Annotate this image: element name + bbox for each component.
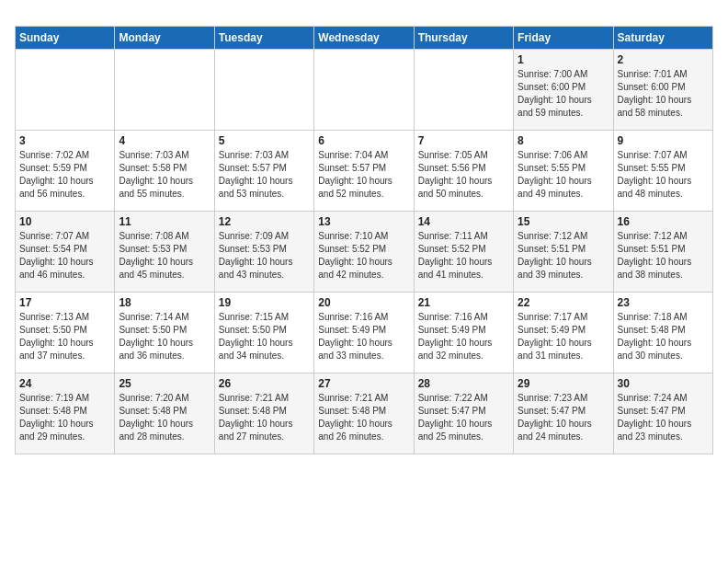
calendar-cell: 14Sunrise: 7:11 AM Sunset: 5:52 PM Dayli… bbox=[414, 212, 513, 293]
day-info: Sunrise: 7:08 AM Sunset: 5:53 PM Dayligh… bbox=[119, 230, 210, 282]
calendar-cell: 25Sunrise: 7:20 AM Sunset: 5:48 PM Dayli… bbox=[115, 373, 214, 454]
day-number: 5 bbox=[219, 134, 310, 147]
calendar-cell: 13Sunrise: 7:10 AM Sunset: 5:52 PM Dayli… bbox=[314, 212, 414, 293]
calendar-cell: 5Sunrise: 7:03 AM Sunset: 5:57 PM Daylig… bbox=[214, 131, 313, 212]
calendar-week-1: 1Sunrise: 7:00 AM Sunset: 6:00 PM Daylig… bbox=[16, 50, 713, 131]
calendar-cell bbox=[16, 50, 115, 131]
day-number: 19 bbox=[219, 296, 310, 309]
calendar-week-3: 10Sunrise: 7:07 AM Sunset: 5:54 PM Dayli… bbox=[16, 212, 713, 293]
weekday-header-friday: Friday bbox=[514, 27, 613, 50]
day-info: Sunrise: 7:09 AM Sunset: 5:53 PM Dayligh… bbox=[219, 230, 310, 282]
day-info: Sunrise: 7:11 AM Sunset: 5:52 PM Dayligh… bbox=[418, 230, 509, 282]
day-number: 14 bbox=[418, 215, 509, 228]
calendar-cell: 24Sunrise: 7:19 AM Sunset: 5:48 PM Dayli… bbox=[16, 373, 115, 454]
day-info: Sunrise: 7:07 AM Sunset: 5:54 PM Dayligh… bbox=[19, 230, 110, 282]
calendar-header: SundayMondayTuesdayWednesdayThursdayFrid… bbox=[16, 27, 713, 50]
calendar-cell: 23Sunrise: 7:18 AM Sunset: 5:48 PM Dayli… bbox=[613, 293, 712, 373]
weekday-header-monday: Monday bbox=[115, 27, 214, 50]
calendar-cell: 18Sunrise: 7:14 AM Sunset: 5:50 PM Dayli… bbox=[115, 293, 214, 373]
day-number: 26 bbox=[219, 377, 310, 390]
calendar-cell: 2Sunrise: 7:01 AM Sunset: 6:00 PM Daylig… bbox=[613, 50, 712, 131]
calendar-cell: 12Sunrise: 7:09 AM Sunset: 5:53 PM Dayli… bbox=[214, 212, 313, 293]
calendar-cell: 7Sunrise: 7:05 AM Sunset: 5:56 PM Daylig… bbox=[414, 131, 513, 212]
day-number: 15 bbox=[518, 215, 609, 228]
calendar-cell: 22Sunrise: 7:17 AM Sunset: 5:49 PM Dayli… bbox=[514, 293, 613, 373]
day-number: 29 bbox=[518, 377, 609, 390]
weekday-header-sunday: Sunday bbox=[16, 27, 115, 50]
calendar-cell: 9Sunrise: 7:07 AM Sunset: 5:55 PM Daylig… bbox=[613, 131, 712, 212]
day-info: Sunrise: 7:22 AM Sunset: 5:47 PM Dayligh… bbox=[418, 392, 509, 443]
day-info: Sunrise: 7:21 AM Sunset: 5:48 PM Dayligh… bbox=[318, 392, 409, 443]
calendar-cell: 20Sunrise: 7:16 AM Sunset: 5:49 PM Dayli… bbox=[314, 293, 414, 373]
calendar-week-4: 17Sunrise: 7:13 AM Sunset: 5:50 PM Dayli… bbox=[16, 293, 713, 373]
day-info: Sunrise: 7:06 AM Sunset: 5:55 PM Dayligh… bbox=[518, 149, 609, 201]
day-info: Sunrise: 7:18 AM Sunset: 5:48 PM Dayligh… bbox=[618, 311, 709, 362]
day-number: 16 bbox=[618, 215, 709, 228]
day-info: Sunrise: 7:23 AM Sunset: 5:47 PM Dayligh… bbox=[518, 392, 609, 443]
calendar-cell: 15Sunrise: 7:12 AM Sunset: 5:51 PM Dayli… bbox=[514, 212, 613, 293]
weekday-header-tuesday: Tuesday bbox=[214, 27, 313, 50]
day-info: Sunrise: 7:16 AM Sunset: 5:49 PM Dayligh… bbox=[418, 311, 509, 362]
weekday-header-thursday: Thursday bbox=[414, 27, 513, 50]
day-number: 25 bbox=[119, 377, 210, 390]
day-info: Sunrise: 7:00 AM Sunset: 6:00 PM Dayligh… bbox=[518, 68, 609, 120]
day-number: 28 bbox=[418, 377, 509, 390]
day-number: 13 bbox=[318, 215, 409, 228]
day-number: 1 bbox=[518, 53, 609, 66]
calendar-cell: 11Sunrise: 7:08 AM Sunset: 5:53 PM Dayli… bbox=[115, 212, 214, 293]
day-number: 3 bbox=[19, 134, 110, 147]
day-number: 8 bbox=[518, 134, 609, 147]
day-info: Sunrise: 7:24 AM Sunset: 5:47 PM Dayligh… bbox=[618, 392, 709, 443]
calendar-cell: 29Sunrise: 7:23 AM Sunset: 5:47 PM Dayli… bbox=[514, 373, 613, 454]
day-info: Sunrise: 7:13 AM Sunset: 5:50 PM Dayligh… bbox=[19, 311, 110, 362]
day-number: 24 bbox=[19, 377, 110, 390]
day-number: 22 bbox=[518, 296, 609, 309]
day-number: 4 bbox=[119, 134, 210, 147]
day-number: 6 bbox=[318, 134, 409, 147]
weekday-header-wednesday: Wednesday bbox=[314, 27, 414, 50]
calendar-cell: 28Sunrise: 7:22 AM Sunset: 5:47 PM Dayli… bbox=[414, 373, 513, 454]
day-number: 17 bbox=[19, 296, 110, 309]
day-number: 20 bbox=[318, 296, 409, 309]
day-number: 18 bbox=[119, 296, 210, 309]
calendar-cell: 19Sunrise: 7:15 AM Sunset: 5:50 PM Dayli… bbox=[214, 293, 313, 373]
day-info: Sunrise: 7:20 AM Sunset: 5:48 PM Dayligh… bbox=[119, 392, 210, 443]
calendar-cell: 10Sunrise: 7:07 AM Sunset: 5:54 PM Dayli… bbox=[16, 212, 115, 293]
calendar-cell: 8Sunrise: 7:06 AM Sunset: 5:55 PM Daylig… bbox=[514, 131, 613, 212]
day-number: 2 bbox=[618, 53, 709, 66]
day-info: Sunrise: 7:12 AM Sunset: 5:51 PM Dayligh… bbox=[618, 230, 709, 282]
day-info: Sunrise: 7:04 AM Sunset: 5:57 PM Dayligh… bbox=[318, 149, 409, 201]
calendar-cell: 4Sunrise: 7:03 AM Sunset: 5:58 PM Daylig… bbox=[115, 131, 214, 212]
day-info: Sunrise: 7:03 AM Sunset: 5:58 PM Dayligh… bbox=[119, 149, 210, 201]
day-info: Sunrise: 7:01 AM Sunset: 6:00 PM Dayligh… bbox=[618, 68, 709, 120]
calendar-cell: 3Sunrise: 7:02 AM Sunset: 5:59 PM Daylig… bbox=[16, 131, 115, 212]
day-info: Sunrise: 7:14 AM Sunset: 5:50 PM Dayligh… bbox=[119, 311, 210, 362]
day-number: 23 bbox=[618, 296, 709, 309]
calendar-cell bbox=[115, 50, 214, 131]
day-number: 10 bbox=[19, 215, 110, 228]
day-info: Sunrise: 7:12 AM Sunset: 5:51 PM Dayligh… bbox=[518, 230, 609, 282]
day-info: Sunrise: 7:19 AM Sunset: 5:48 PM Dayligh… bbox=[19, 392, 110, 443]
calendar-cell: 30Sunrise: 7:24 AM Sunset: 5:47 PM Dayli… bbox=[613, 373, 712, 454]
calendar-cell bbox=[314, 50, 414, 131]
day-info: Sunrise: 7:17 AM Sunset: 5:49 PM Dayligh… bbox=[518, 311, 609, 362]
calendar-cell: 21Sunrise: 7:16 AM Sunset: 5:49 PM Dayli… bbox=[414, 293, 513, 373]
calendar-table: SundayMondayTuesdayWednesdayThursdayFrid… bbox=[15, 26, 713, 454]
day-info: Sunrise: 7:15 AM Sunset: 5:50 PM Dayligh… bbox=[219, 311, 310, 362]
calendar-cell: 6Sunrise: 7:04 AM Sunset: 5:57 PM Daylig… bbox=[314, 131, 414, 212]
calendar-cell bbox=[214, 50, 313, 131]
calendar-week-2: 3Sunrise: 7:02 AM Sunset: 5:59 PM Daylig… bbox=[16, 131, 713, 212]
day-number: 12 bbox=[219, 215, 310, 228]
day-number: 21 bbox=[418, 296, 509, 309]
calendar-cell: 27Sunrise: 7:21 AM Sunset: 5:48 PM Dayli… bbox=[314, 373, 414, 454]
day-info: Sunrise: 7:05 AM Sunset: 5:56 PM Dayligh… bbox=[418, 149, 509, 201]
day-number: 27 bbox=[318, 377, 409, 390]
day-info: Sunrise: 7:16 AM Sunset: 5:49 PM Dayligh… bbox=[318, 311, 409, 362]
day-info: Sunrise: 7:07 AM Sunset: 5:55 PM Dayligh… bbox=[618, 149, 709, 201]
day-number: 7 bbox=[418, 134, 509, 147]
calendar-cell: 17Sunrise: 7:13 AM Sunset: 5:50 PM Dayli… bbox=[16, 293, 115, 373]
day-info: Sunrise: 7:21 AM Sunset: 5:48 PM Dayligh… bbox=[219, 392, 310, 443]
calendar-cell: 16Sunrise: 7:12 AM Sunset: 5:51 PM Dayli… bbox=[613, 212, 712, 293]
calendar-cell bbox=[414, 50, 513, 131]
day-info: Sunrise: 7:02 AM Sunset: 5:59 PM Dayligh… bbox=[19, 149, 110, 201]
